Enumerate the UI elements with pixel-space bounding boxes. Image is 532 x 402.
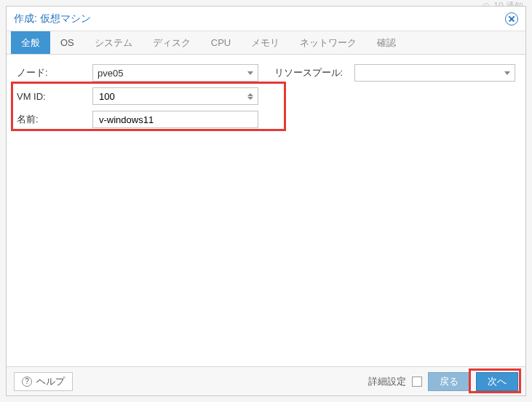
tab-confirm[interactable]: 確認 bbox=[367, 31, 406, 54]
tab-os[interactable]: OS bbox=[50, 31, 84, 54]
form-left-column: ノード: pve05 VM ID: bbox=[17, 63, 258, 133]
pool-select[interactable] bbox=[354, 64, 516, 82]
tab-system[interactable]: システム bbox=[84, 31, 143, 54]
name-label: 名前: bbox=[17, 113, 92, 126]
dialog-title: 作成: 仮想マシン bbox=[14, 12, 91, 25]
node-value: pve05 bbox=[98, 68, 123, 79]
tab-cpu[interactable]: CPU bbox=[201, 31, 241, 54]
help-label: ヘルプ bbox=[36, 375, 65, 388]
wizard-tabbar: 全般 OS システム ディスク CPU メモリ ネットワーク 確認 bbox=[7, 31, 525, 55]
name-input[interactable] bbox=[92, 111, 258, 128]
close-icon[interactable] bbox=[505, 12, 518, 25]
next-label: 次へ bbox=[488, 375, 507, 388]
create-vm-dialog: 作成: 仮想マシン 全般 OS システム ディスク CPU メモリ ネットワーク… bbox=[6, 6, 526, 396]
tab-memory[interactable]: メモリ bbox=[241, 31, 290, 54]
node-select[interactable]: pve05 bbox=[92, 64, 258, 82]
chevron-up-icon bbox=[247, 93, 253, 96]
form-right-column: リソースプール: bbox=[274, 63, 516, 133]
tab-network[interactable]: ネットワーク bbox=[290, 31, 367, 54]
help-icon: ? bbox=[22, 377, 32, 387]
dialog-footer: ? ヘルプ 詳細設定 戻る 次へ bbox=[7, 366, 525, 395]
tab-disks[interactable]: ディスク bbox=[143, 31, 201, 54]
chevron-down-icon bbox=[504, 71, 510, 75]
pool-label: リソースプール: bbox=[274, 66, 354, 79]
help-button[interactable]: ? ヘルプ bbox=[14, 372, 73, 391]
name-field[interactable] bbox=[98, 114, 253, 126]
back-label: 戻る bbox=[440, 375, 458, 388]
vmid-spinner[interactable] bbox=[247, 93, 253, 100]
dialog-body: ノード: pve05 VM ID: bbox=[7, 55, 525, 366]
back-button[interactable]: 戻る bbox=[428, 372, 470, 391]
vmid-input[interactable] bbox=[92, 87, 258, 105]
advanced-checkbox[interactable] bbox=[412, 377, 422, 387]
next-button[interactable]: 次へ bbox=[476, 372, 518, 391]
vmid-field[interactable] bbox=[98, 90, 243, 103]
advanced-label: 詳細設定 bbox=[368, 375, 406, 388]
node-label: ノード: bbox=[17, 66, 92, 79]
chevron-down-icon bbox=[247, 97, 253, 100]
dialog-titlebar: 作成: 仮想マシン bbox=[7, 7, 525, 31]
tab-general[interactable]: 全般 bbox=[11, 31, 50, 54]
chevron-down-icon bbox=[247, 71, 253, 75]
vmid-label: VM ID: bbox=[17, 91, 92, 102]
